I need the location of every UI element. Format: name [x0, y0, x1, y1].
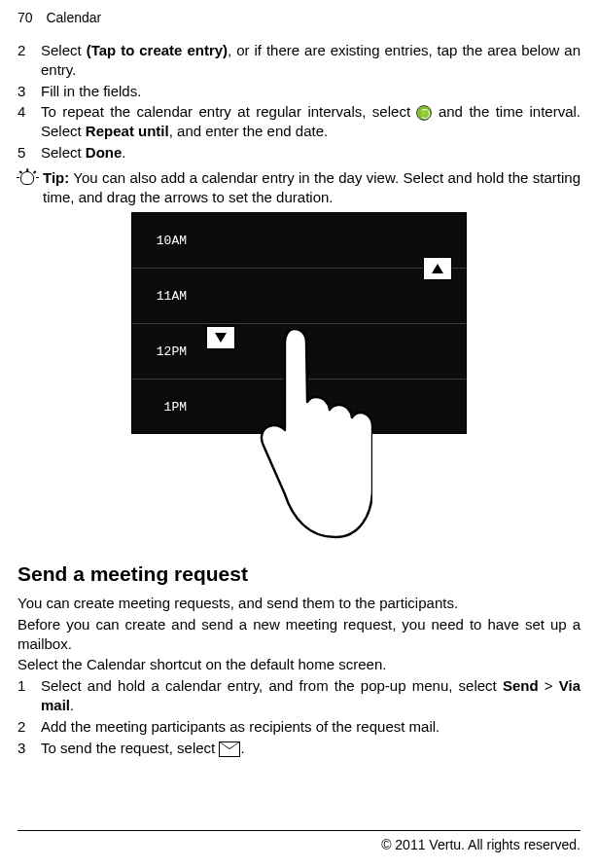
paragraph: Select the Calendar shortcut on the defa…: [18, 655, 580, 674]
copyright: © 2011 Vertu. All rights reserved.: [381, 837, 580, 852]
tip-body: You can also add a calendar entry in the…: [43, 169, 580, 205]
svg-marker-1: [215, 333, 227, 343]
instruction-step: 5Select Done.: [18, 143, 580, 163]
paragraph: Before you can create and send a new mee…: [18, 615, 580, 654]
step-text: Select (Tap to create entry), or if ther…: [41, 41, 580, 80]
tip-block: Tip: You can also add a calendar entry i…: [18, 168, 580, 207]
page-header: 70 Calendar: [18, 10, 580, 25]
instruction-list-b: 1Select and hold a calendar entry, and f…: [18, 676, 580, 757]
instruction-step: 3Fill in the fields.: [18, 82, 580, 101]
hour-row: 11AM: [132, 269, 466, 324]
envelope-icon: [219, 741, 240, 757]
instruction-step: 3To send the request, select .: [18, 739, 580, 758]
step-number: 3: [18, 82, 41, 101]
bold-text: Via mail: [41, 677, 580, 713]
tip-text: Tip: You can also add a calendar entry i…: [43, 168, 580, 207]
section-heading: Send a meeting request: [18, 561, 580, 588]
lightbulb-icon: [18, 168, 39, 190]
svg-marker-0: [432, 264, 443, 273]
step-number: 5: [18, 143, 41, 163]
bold-text: (Tap to create entry): [87, 42, 228, 58]
bold-text: Done: [86, 144, 123, 161]
instruction-step: 4To repeat the calendar entry at regular…: [18, 102, 580, 141]
instruction-step: 2Select (Tap to create entry), or if the…: [18, 41, 580, 80]
bold-text: Repeat until: [86, 123, 169, 139]
hour-row: 10AM: [132, 213, 466, 269]
step-text: Fill in the fields.: [41, 82, 580, 101]
page-footer: © 2011 Vertu. All rights reserved.: [18, 830, 580, 852]
paragraph: You can create meeting requests, and sen…: [18, 594, 580, 613]
section-title: Calendar: [46, 10, 101, 25]
drag-handle-down-icon: [206, 326, 235, 349]
hour-label: 11AM: [132, 288, 194, 305]
repeat-icon: [416, 105, 432, 121]
bold-text: Send: [503, 677, 539, 694]
step-text: To send the request, select .: [41, 739, 580, 758]
illustration-wrap: 10AM 11AM 12PM 1PM: [18, 212, 580, 541]
page-number: 70: [18, 10, 33, 25]
step-number: 2: [18, 41, 41, 80]
calendar-illustration: 10AM 11AM 12PM 1PM: [131, 212, 467, 541]
tip-label: Tip:: [43, 169, 69, 186]
hour-label: 12PM: [132, 344, 194, 360]
step-number: 4: [18, 102, 41, 141]
step-text: Select and hold a calendar entry, and fr…: [41, 676, 580, 715]
step-text: To repeat the calendar entry at regular …: [41, 102, 580, 141]
drag-handle-up-icon: [423, 257, 452, 280]
step-number: 1: [18, 676, 41, 715]
hand-icon: [131, 434, 467, 541]
step-text: Select Done.: [41, 143, 580, 163]
page: 70 Calendar 2Select (Tap to create entry…: [0, 0, 598, 868]
hour-label: 10AM: [132, 233, 194, 249]
instruction-step: 2Add the meeting participants as recipie…: [18, 717, 580, 737]
page-body: 2Select (Tap to create entry), or if the…: [18, 41, 580, 819]
step-number: 3: [18, 739, 41, 758]
instruction-step: 1Select and hold a calendar entry, and f…: [18, 676, 580, 715]
hour-label: 1PM: [132, 399, 194, 416]
step-text: Add the meeting participants as recipien…: [41, 717, 580, 737]
instruction-list-a: 2Select (Tap to create entry), or if the…: [18, 41, 580, 163]
step-number: 2: [18, 717, 41, 737]
